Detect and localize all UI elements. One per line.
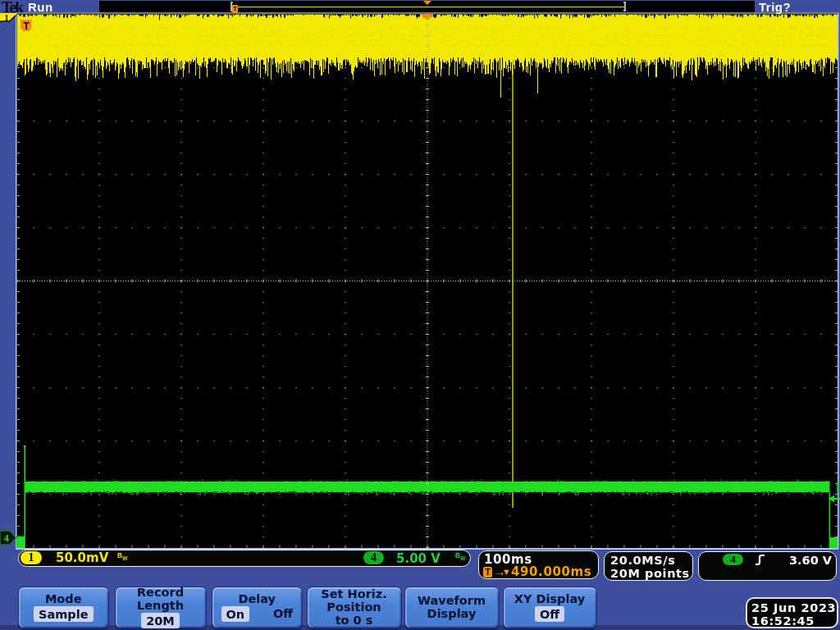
record-trigger-position-icon (423, 1, 431, 5)
graticule-canvas (0, 0, 840, 630)
delay-marker-icon: ▼ (502, 566, 511, 578)
trigger-t-flag[interactable]: T (21, 20, 32, 34)
menu-label-off: Off (273, 607, 293, 620)
ch1-position-label: 1 (5, 13, 9, 22)
menu-label-delay: Delay (238, 592, 276, 605)
acquisition-status: Run (28, 0, 53, 14)
menu-button-waveform-display[interactable]: WaveformDisplay (404, 587, 500, 628)
ch4-position-label: 4 (4, 532, 10, 544)
menu-button-xy-display[interactable]: XY DisplayOff (503, 587, 597, 628)
ch1-position-marker[interactable]: 1 (0, 13, 18, 23)
ch1-scale: 50.0mV (56, 551, 108, 564)
record-view-right-bracket (624, 2, 626, 11)
menu-label-position: Position (326, 600, 381, 614)
time-value: 16:52:45 (751, 614, 815, 628)
acquisition-readout-box: 20.0MS/s 20M points (604, 551, 693, 581)
menu-label-waveform: Waveform (418, 594, 486, 607)
menu-label-20m: 20M (141, 613, 180, 628)
trigger-level-value: 3.60 V (789, 555, 832, 567)
record-waveform-line (238, 7, 624, 8)
delay-value: 490.000ms (511, 566, 591, 578)
ch4-position-marker[interactable]: 4 (0, 530, 17, 546)
datetime-box: 25 Jun 2023 16:52:45 (746, 597, 838, 628)
ch1-bandwidth-icon: BW (117, 552, 127, 562)
menu-label-on: On (221, 606, 250, 622)
menu-label-to-0-s: to 0 s (336, 614, 373, 627)
menu-label-length: Length (137, 599, 184, 612)
ch1-badge: 1 (21, 551, 42, 564)
menu-label-display: Display (427, 607, 477, 620)
trigger-position-marker-icon[interactable] (421, 14, 434, 21)
delay-trigger-badge: T (483, 567, 492, 578)
horizontal-readout-box: 100ms T → ▼ 490.000ms (478, 550, 599, 579)
menu-label-set-horiz-: Set Horiz. (321, 587, 386, 600)
record-length-value: 20M points (610, 567, 690, 580)
trigger-t-flag-label: T (23, 20, 30, 31)
trigger-source-badge: 4 (723, 554, 743, 566)
date-value: 25 Jun 2023 (751, 601, 836, 614)
trigger-slope-icon (755, 554, 765, 566)
top-status-bar: Tek Run T Trig? (0, 0, 840, 13)
ch4-scale: 5.00 V (396, 552, 441, 565)
trigger-readout-box: 4 3.60 V (698, 551, 837, 581)
menu-button-delay[interactable]: DelayOnOff (212, 587, 304, 628)
menu-label-off: Off (535, 606, 564, 622)
channel-readout-bar: 1 50.0mV BW 4 5.00 V BW (18, 550, 471, 568)
record-trigger-t-badge: T (232, 5, 238, 13)
trigger-status: Trig? (759, 0, 791, 14)
menu-label-xy-display: XY Display (514, 592, 586, 605)
menu-button-mode[interactable]: ModeSample (18, 587, 110, 628)
sample-rate-value: 20.0MS/s (610, 554, 675, 567)
menu-label-sample: Sample (34, 606, 94, 622)
menu-label-mode: Mode (45, 592, 82, 605)
oscilloscope-screen: Tek Run T Trig? 1 T 4 1 50.0mV BW (0, 0, 840, 630)
menu-label-record: Record (137, 586, 184, 599)
ch4-bandwidth-icon: BW (455, 552, 465, 562)
trigger-level-arrow-icon[interactable] (827, 494, 840, 504)
menu-button-record-length[interactable]: RecordLength20M (115, 587, 207, 628)
ch4-badge: 4 (363, 551, 384, 564)
record-view-bar[interactable]: T (99, 1, 755, 12)
menu-button-set-horiz-position[interactable]: Set Horiz.Positionto 0 s (307, 587, 402, 628)
